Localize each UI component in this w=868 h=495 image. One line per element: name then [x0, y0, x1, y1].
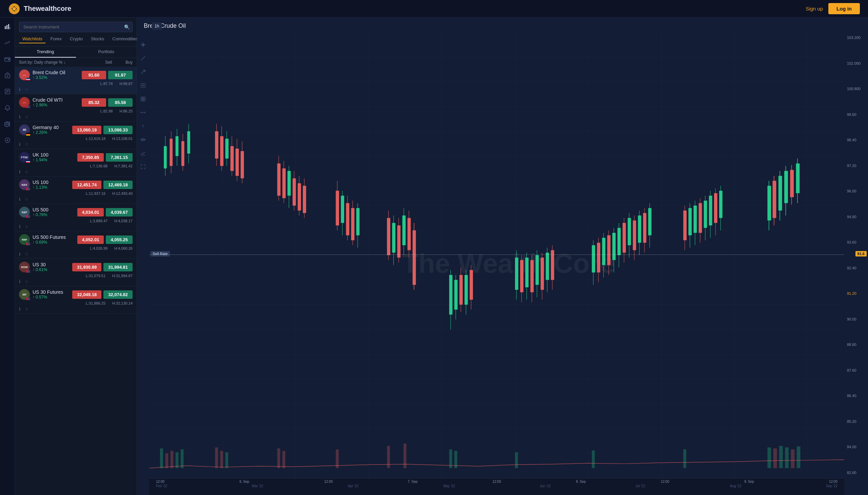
us100-sell-btn[interactable]: 12,451.74: [72, 181, 101, 189]
svg-line-25: [141, 70, 145, 74]
grid-tool[interactable]: [139, 95, 147, 103]
instrument-item-germany40[interactable]: 40 Germany 40 ↑ 2.26% 13,060.19 13,086.3…: [15, 122, 137, 149]
search-input[interactable]: [19, 22, 133, 32]
star-icon[interactable]: ☆: [25, 169, 29, 174]
svg-rect-108: [356, 208, 360, 235]
zoom-tool[interactable]: [139, 81, 147, 89]
filter-tab-crypto[interactable]: Crypto: [66, 35, 86, 44]
us500-buy-btn[interactable]: 4,039.67: [106, 208, 133, 217]
star-icon[interactable]: ☆: [25, 279, 29, 284]
info-icon[interactable]: ℹ: [19, 87, 21, 92]
svg-rect-126: [460, 275, 463, 305]
svg-rect-166: [638, 216, 641, 243]
svg-rect-218: [773, 448, 777, 468]
us500f-buy-btn[interactable]: 4,055.25: [106, 236, 133, 244]
filter-tab-forex[interactable]: Forex: [47, 35, 65, 44]
uk100-buy-btn[interactable]: 7,361.15: [106, 153, 133, 161]
info-icon[interactable]: ℹ: [19, 224, 21, 229]
us30f-buy-btn[interactable]: 32,074.82: [103, 290, 133, 299]
view-tab-trending[interactable]: Trending: [15, 47, 76, 57]
instrument-item-us500[interactable]: S&P US 500 ↑ 0.78% 4,034.01 4,039.67: [15, 204, 137, 232]
view-tab-portfolio[interactable]: Portfolio: [76, 47, 137, 57]
sidebar-icon-news[interactable]: [3, 87, 12, 96]
instrument-item-uk100[interactable]: FTSE UK 100 ↑ 1.94% 7,350.85 7,361.15: [15, 149, 137, 176]
instrument-item-us500f[interactable]: 500F US 500 Futures ↑ 0.69% 4,052.01 4,0…: [15, 232, 137, 259]
brent-crude-sell-btn[interactable]: 91.60: [82, 71, 106, 79]
uk100-actions: ℹ ☆: [19, 169, 133, 174]
sidebar-icon-line[interactable]: [3, 38, 12, 48]
instrument-row1: 500F US 500 Futures ↑ 0.69% 4,052.01 4,0…: [19, 234, 133, 245]
fullscreen-tool[interactable]: [139, 163, 147, 171]
logo-icon: [8, 3, 20, 15]
logo-area: Thewealthcore: [8, 3, 71, 15]
brent-crude-change: ↑ 3.52%: [33, 75, 65, 80]
y-label: 85.20: [847, 420, 865, 424]
y-label: 90.00: [847, 317, 865, 321]
sidebar-icon-add[interactable]: [3, 136, 12, 145]
info-icon[interactable]: ℹ: [19, 197, 21, 202]
wti-high: H:86.25: [119, 109, 133, 113]
star-icon[interactable]: ☆: [25, 224, 29, 229]
line-tool[interactable]: [139, 54, 147, 62]
instrument-item-us100[interactable]: NAS US 100 ↑ 1.13% 12,451.74 12,469.18: [15, 176, 137, 204]
instrument-item-us30f[interactable]: 30F US 30 Futures ↑ 0.57% 32,049.18 32,0…: [15, 286, 137, 314]
filter-tab-commodities[interactable]: Commodities: [109, 35, 141, 44]
sidebar-icon-wallet[interactable]: [3, 54, 12, 64]
us30-buy-btn[interactable]: 31,994.81: [103, 263, 133, 271]
star-icon[interactable]: ☆: [25, 87, 29, 92]
germany40-sell-btn[interactable]: 13,060.19: [72, 126, 101, 134]
sidebar-icon-bell[interactable]: [3, 103, 12, 113]
signup-button[interactable]: Sign up: [806, 6, 823, 12]
us100-buy-btn[interactable]: 12,469.18: [103, 181, 133, 189]
info-icon[interactable]: ℹ: [19, 307, 21, 311]
text-tool[interactable]: T: [139, 122, 147, 130]
eye-tool[interactable]: [139, 136, 147, 144]
crosshair-tool[interactable]: [139, 41, 147, 49]
crude-wti-sell-btn[interactable]: 85.32: [82, 98, 106, 107]
us30f-sell-btn[interactable]: 32,049.18: [72, 290, 101, 299]
logo-text: Thewealthcore: [24, 5, 71, 13]
sidebar-icon-charts[interactable]: [3, 22, 12, 31]
search-icon[interactable]: 🔍: [124, 24, 130, 30]
instrument-item-us30[interactable]: DOW US 30 ↑ 0.61% 31,930.89 31,994.81: [15, 259, 137, 286]
us100-low: L:11,937.16: [86, 191, 105, 195]
arrow-tool[interactable]: [139, 68, 147, 76]
indicator-tool[interactable]: [139, 149, 147, 157]
star-icon[interactable]: ☆: [25, 115, 29, 119]
instrument-item-brent-crude[interactable]: Brent Crude Oil ↑ 3.52% 91.60 91.87 L:87…: [15, 67, 137, 94]
info-icon[interactable]: ℹ: [19, 142, 21, 147]
svg-rect-202: [176, 452, 179, 468]
sidebar-icon-settings[interactable]: [3, 119, 12, 129]
timeframe-1h-btn[interactable]: 1h: [152, 22, 162, 30]
brent-crude-buy-btn[interactable]: 91.87: [108, 71, 133, 79]
crude-wti-buy-btn[interactable]: 85.58: [108, 98, 133, 107]
uk100-sell-btn[interactable]: 7,350.85: [77, 153, 104, 161]
y-label: 99.60: [847, 113, 865, 117]
header: Thewealthcore Sign up Log in: [0, 0, 868, 18]
brent-high: H:99.87: [119, 82, 133, 86]
us500-actions: ℹ ☆: [19, 224, 133, 229]
svg-rect-3: [6, 25, 7, 29]
star-icon[interactable]: ☆: [25, 307, 29, 311]
svg-rect-156: [612, 233, 616, 260]
filter-tab-watchlists[interactable]: Watchlists: [19, 35, 46, 44]
info-icon[interactable]: ℹ: [19, 169, 21, 174]
star-icon[interactable]: ☆: [25, 252, 29, 256]
login-button[interactable]: Log in: [828, 3, 860, 14]
sell-col-header: Sell: [105, 60, 112, 65]
star-icon[interactable]: ☆: [25, 197, 29, 202]
filter-tab-stocks[interactable]: Stocks: [87, 35, 107, 44]
uk100-range: L:7,136.68 H:7,381.42: [19, 164, 133, 168]
info-icon[interactable]: ℹ: [19, 279, 21, 284]
instrument-item-crude-wti[interactable]: Crude Oil WTI ↑ 2.96% 85.32 85.58 L:82.9…: [15, 94, 137, 122]
us30-sell-btn[interactable]: 31,930.89: [72, 263, 101, 271]
info-icon[interactable]: ℹ: [19, 252, 21, 256]
sidebar-icon-portfolio[interactable]: [3, 70, 12, 80]
us500-sell-btn[interactable]: 4,034.01: [77, 208, 104, 217]
us30f-name: US 30 Futures: [33, 289, 63, 295]
info-icon[interactable]: ℹ: [19, 115, 21, 119]
germany40-buy-btn[interactable]: 13,086.33: [103, 126, 133, 134]
us500f-sell-btn[interactable]: 4,052.01: [77, 236, 104, 244]
measure-tool[interactable]: [139, 108, 147, 117]
star-icon[interactable]: ☆: [25, 142, 29, 147]
